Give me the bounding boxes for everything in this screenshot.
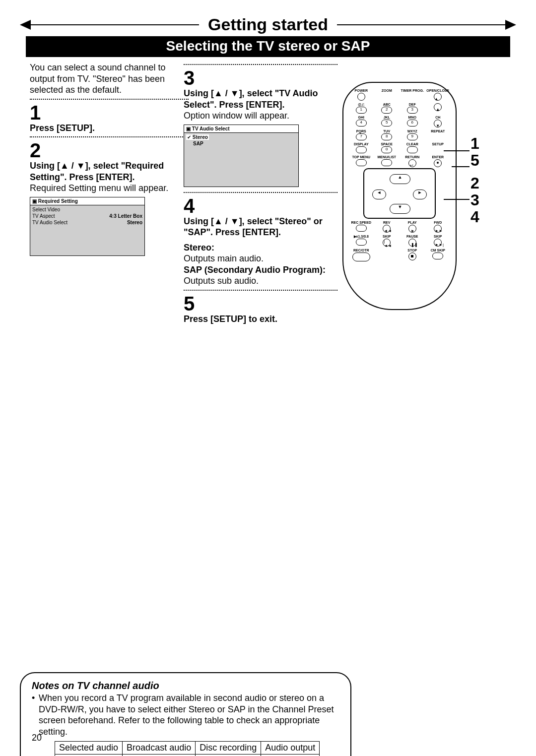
table-cell: STEREO bbox=[196, 755, 261, 756]
remote-label: REC SPEED bbox=[348, 221, 374, 224]
menu-row: Stereo bbox=[193, 134, 208, 140]
dpad-group: ▲ ▼ ◄ ► bbox=[363, 168, 436, 219]
section-title: Selecting the TV stereo or SAP bbox=[26, 36, 510, 57]
num-button: 8 bbox=[381, 133, 392, 140]
menu-title: Required Setting bbox=[38, 198, 78, 204]
column-right: POWER ZOOM TIMER PROG. OPEN/CLOSE▲ @./:1… bbox=[342, 82, 521, 310]
num-button: 9 bbox=[407, 133, 418, 140]
table-header: Broadcast audio bbox=[123, 742, 196, 755]
audio-table: Selected audio Broadcast audio Disc reco… bbox=[55, 741, 320, 756]
remote-label: FWD bbox=[425, 221, 451, 224]
sap-text: Outputs sub audio. bbox=[184, 275, 337, 287]
remote-label: SPACE bbox=[374, 142, 400, 146]
remote-label: CM SKIP bbox=[425, 249, 451, 252]
step2-bold: Using [▲ / ▼], select "Required Setting"… bbox=[30, 160, 189, 183]
num-button: 4 bbox=[356, 120, 367, 126]
table-cell: STEREO+SAP bbox=[123, 755, 196, 756]
remote-label: ABC bbox=[374, 103, 400, 106]
step5-text: Press [SETUP] to exit. bbox=[184, 314, 337, 325]
remote-label: SKIP bbox=[425, 235, 451, 238]
ch-button: ▲ bbox=[434, 103, 442, 111]
notes-bullet-1: When you record a TV program available i… bbox=[39, 693, 339, 737]
remote-label: PLAY bbox=[400, 221, 425, 224]
remote-label: CH bbox=[425, 116, 451, 119]
remote-label: JKL bbox=[374, 116, 400, 119]
sap-label: SAP (Secondary Audio Program): bbox=[184, 265, 326, 275]
tv-audio-select-menu: ▣ TV Audio Select ✔ Stereo SAP bbox=[184, 125, 299, 187]
table-cell: STEREO bbox=[261, 755, 320, 756]
remote-label: POWER bbox=[348, 89, 374, 92]
step-number-4: 4 bbox=[184, 196, 337, 216]
step2-text: Required Setting menu will appear. bbox=[30, 183, 189, 194]
page-number: 20 bbox=[32, 733, 42, 743]
remote-label: REC/OTR bbox=[348, 249, 374, 252]
callout-5: 5 bbox=[470, 151, 479, 170]
remote-label: SETUP bbox=[425, 142, 451, 146]
dpad-left: ◄ bbox=[372, 189, 386, 199]
stereo-label: Stereo: bbox=[184, 243, 214, 252]
remote-label: RETURN bbox=[400, 155, 425, 159]
step4-bold: Using [▲ / ▼], select "Stereo" or "SAP".… bbox=[184, 216, 337, 238]
notes-title: Notes on TV channel audio bbox=[32, 680, 339, 692]
table-header: Disc recording bbox=[196, 742, 261, 755]
remote-label: MENU/LIST bbox=[374, 155, 400, 159]
step-number-2: 2 bbox=[30, 140, 189, 160]
remote-label: ENTER bbox=[425, 155, 451, 159]
callout-4: 4 bbox=[470, 208, 479, 226]
remote-label: MNO bbox=[400, 116, 425, 119]
remote-label: TUV bbox=[374, 129, 400, 133]
remote-label: DISPLAY bbox=[348, 142, 374, 146]
menu-title: TV Audio Select bbox=[192, 126, 230, 131]
func-button bbox=[407, 146, 418, 153]
remote-label: WXYZ bbox=[400, 129, 425, 133]
step1-text: Press [SETUP]. bbox=[30, 123, 189, 134]
num-button: 5 bbox=[381, 120, 392, 126]
stereo-text: Outputs main audio. bbox=[184, 253, 337, 264]
chapter-header: Getting started bbox=[20, 15, 516, 34]
table-cell: Stereo bbox=[55, 755, 123, 756]
table-header: Selected audio bbox=[55, 742, 123, 755]
remote-label: PAUSE bbox=[400, 235, 425, 238]
remote-label: @./: bbox=[348, 103, 374, 106]
step-number-1: 1 bbox=[30, 103, 189, 123]
column-middle: 3 Using [▲ / ▼], select "TV Audio Select… bbox=[184, 62, 337, 324]
remote-label: REV bbox=[374, 221, 400, 224]
notes-box: Notes on TV channel audio •When you reco… bbox=[20, 672, 351, 756]
dpad-right: ► bbox=[413, 189, 427, 199]
remote-label: CLEAR bbox=[400, 142, 425, 146]
chapter-title: Getting started bbox=[199, 15, 337, 34]
func-button bbox=[356, 146, 367, 153]
step-number-5: 5 bbox=[184, 294, 337, 314]
power-button bbox=[357, 93, 365, 101]
remote-label: SKIP bbox=[374, 235, 400, 238]
callout-2: 2 bbox=[470, 174, 479, 192]
remote-control-diagram: POWER ZOOM TIMER PROG. OPEN/CLOSE▲ @./:1… bbox=[342, 82, 457, 310]
num-button: 7 bbox=[356, 133, 367, 140]
callout-1: 1 bbox=[470, 134, 479, 153]
remote-label: GHI bbox=[348, 116, 374, 119]
remote-label: ZOOM bbox=[374, 89, 400, 92]
remote-label: PQRS bbox=[348, 129, 374, 133]
step3-text: Option window will appear. bbox=[184, 110, 337, 122]
num-button: 3 bbox=[407, 107, 418, 114]
return-button: ↩ bbox=[408, 159, 416, 167]
column-left: You can select a sound channel to output… bbox=[30, 62, 189, 256]
num-button: 2 bbox=[381, 107, 392, 114]
remote-label: REPEAT bbox=[425, 129, 451, 133]
intro-text: You can select a sound channel to output… bbox=[30, 62, 189, 96]
ch-button: ▼ bbox=[434, 120, 442, 127]
num-button: 1 bbox=[356, 107, 367, 114]
dpad-down: ▼ bbox=[390, 204, 410, 214]
menu-row: TV Audio Select bbox=[32, 220, 67, 225]
dpad-up: ▲ bbox=[390, 174, 410, 184]
step-number-3: 3 bbox=[184, 68, 337, 88]
callout-3: 3 bbox=[470, 191, 479, 209]
num-button: 6 bbox=[407, 120, 418, 126]
remote-label: ▶x1.3/0.8 bbox=[348, 235, 374, 238]
step3-bold: Using [▲ / ▼], select "TV Audio Select".… bbox=[184, 88, 337, 110]
remote-label: TIMER PROG. bbox=[400, 89, 425, 92]
remote-label: DEF bbox=[400, 103, 425, 106]
menu-row: TV Aspect bbox=[32, 213, 55, 219]
menu-row: Select Video bbox=[32, 207, 60, 212]
enter-button bbox=[434, 159, 442, 167]
